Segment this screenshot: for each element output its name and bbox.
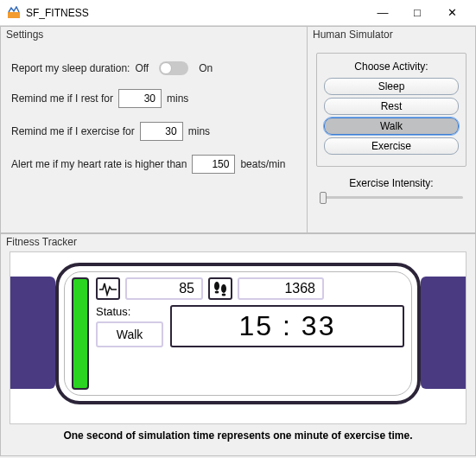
- activity-rest-button[interactable]: Rest: [324, 98, 459, 115]
- steps-icon: [208, 277, 232, 300]
- maximize-icon: □: [414, 6, 421, 19]
- tracker-title: Fitness Tracker: [6, 236, 77, 248]
- watch-body: 85 1368 Status: Walk 15 : 33: [55, 263, 421, 404]
- activity-bar: [72, 277, 89, 390]
- time-display: 15 : 33: [170, 305, 404, 347]
- exercise-input[interactable]: [140, 122, 183, 141]
- tracker-panel: Fitness Tracker 85 1368: [0, 233, 476, 456]
- intensity-label: Exercise Intensity:: [316, 177, 466, 189]
- heart-rate-value: 85: [125, 277, 203, 300]
- watch-area: 85 1368 Status: Walk 15 : 33: [10, 251, 466, 424]
- svg-point-4: [222, 293, 226, 296]
- slider-thumb[interactable]: [320, 192, 327, 204]
- sleep-label: Report my sleep duration:: [11, 62, 130, 74]
- sleep-toggle[interactable]: [159, 61, 188, 75]
- intensity-slider[interactable]: [316, 196, 466, 199]
- rest-row: Remind me if I rest for mins: [11, 89, 296, 108]
- exercise-row: Remind me if I exercise for mins: [11, 122, 296, 141]
- slider-track: [320, 196, 463, 199]
- sleep-row: Report my sleep duration: Off On: [11, 61, 296, 75]
- status-label: Status:: [96, 305, 163, 318]
- exercise-unit: mins: [188, 125, 210, 137]
- minimize-icon: —: [378, 6, 389, 19]
- maximize-button[interactable]: □: [400, 0, 435, 26]
- off-label: Off: [135, 62, 149, 74]
- readouts: 85 1368 Status: Walk 15 : 33: [96, 277, 404, 390]
- svg-rect-0: [8, 12, 20, 18]
- svg-point-2: [215, 290, 219, 293]
- activity-exercise-button[interactable]: Exercise: [324, 137, 459, 155]
- settings-title: Settings: [6, 29, 43, 41]
- rest-input[interactable]: [118, 89, 162, 108]
- status-value: Walk: [96, 321, 163, 347]
- svg-point-1: [214, 282, 219, 290]
- status-column: Status: Walk: [96, 305, 163, 347]
- hr-label: Alert me if my heart rate is higher than: [11, 158, 187, 170]
- titlebar: SF_FITNESS — □ ✕: [0, 0, 476, 26]
- simulator-panel: Human Simulator Choose Activity: Sleep R…: [308, 26, 476, 233]
- watch-band-left: [10, 277, 55, 389]
- hr-unit: beats/min: [240, 158, 285, 170]
- app-icon: [7, 6, 21, 20]
- activity-group: Choose Activity: Sleep Rest Walk Exercis…: [316, 53, 466, 167]
- rest-label: Remind me if I rest for: [11, 92, 113, 105]
- heart-rate-icon: [96, 277, 120, 300]
- activity-group-title: Choose Activity:: [324, 60, 459, 73]
- svg-point-3: [221, 284, 226, 293]
- simulator-title: Human Simulator: [313, 29, 393, 41]
- watch-band-right: [421, 277, 466, 389]
- top-row: 85 1368: [96, 277, 404, 300]
- mid-row: Status: Walk 15 : 33: [96, 305, 404, 347]
- window-title: SF_FITNESS: [26, 7, 365, 19]
- rest-unit: mins: [167, 92, 188, 105]
- exercise-label: Remind me if I exercise for: [11, 125, 135, 137]
- activity-sleep-button[interactable]: Sleep: [324, 78, 459, 95]
- close-button[interactable]: ✕: [435, 0, 469, 26]
- hr-row: Alert me if my heart rate is higher than…: [11, 155, 296, 174]
- toggle-knob: [160, 62, 172, 74]
- watch-inner: 85 1368 Status: Walk 15 : 33: [64, 271, 412, 396]
- minimize-button[interactable]: —: [365, 0, 400, 26]
- close-icon: ✕: [447, 6, 457, 19]
- settings-panel: Settings Report my sleep duration: Off O…: [0, 26, 308, 233]
- hr-input[interactable]: [192, 155, 235, 174]
- tracker-caption: One second of simulation time represents…: [10, 429, 466, 442]
- activity-walk-button[interactable]: Walk: [324, 118, 459, 135]
- steps-value: 1368: [238, 277, 324, 300]
- on-label: On: [199, 62, 213, 74]
